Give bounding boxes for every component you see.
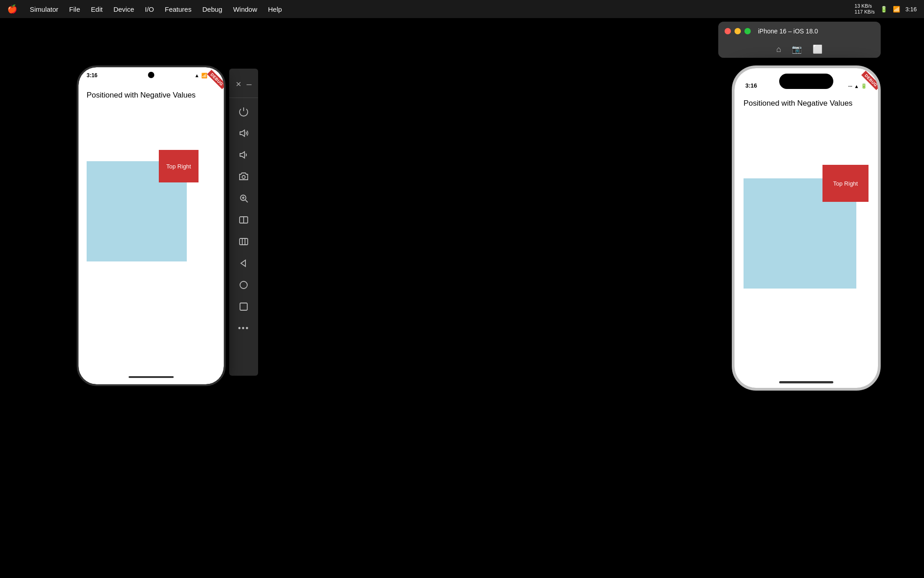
- volume-up-button[interactable]: [234, 123, 254, 143]
- android-positioned-area: Top Right: [87, 107, 216, 288]
- menu-features[interactable]: Features: [165, 5, 191, 13]
- android-content: Positioned with Negative Values Top Righ…: [79, 84, 224, 295]
- menubar-right: 13 KB/s 117 KB/s 🔋 📶 3:16: [855, 3, 917, 15]
- svg-marker-12: [241, 260, 245, 266]
- iphone-time: 3:16: [745, 82, 757, 89]
- iphone-dynamic-island: [779, 74, 833, 89]
- toolbar-close-button[interactable]: ✕: [233, 74, 244, 94]
- wifi-status-icon: ▲: [194, 73, 199, 78]
- recents-button[interactable]: [234, 297, 254, 317]
- camera-button[interactable]: [234, 167, 254, 186]
- iphone-screen-title: Positioned with Negative Values: [744, 99, 869, 108]
- zoom-button[interactable]: [234, 188, 254, 208]
- iphone-bottom-bar: [779, 381, 833, 383]
- window-title: iPhone 16 – iOS 18.0: [758, 28, 818, 35]
- network-stats: 13 KB/s 117 KB/s: [855, 3, 875, 15]
- svg-rect-9: [240, 238, 248, 245]
- close-button[interactable]: [725, 28, 731, 34]
- toolbar-minimize-button[interactable]: –: [244, 74, 254, 94]
- menu-simulator[interactable]: Simulator: [30, 5, 58, 13]
- svg-marker-1: [240, 152, 245, 158]
- window-toolbar: ⌂ 📷 ⬜: [718, 41, 881, 58]
- apple-menu[interactable]: 🍎: [7, 4, 17, 14]
- screenshot-toolbar-icon[interactable]: 📷: [792, 44, 802, 54]
- volume-down-button[interactable]: [234, 145, 254, 165]
- iphone-red-box: Top Right: [822, 165, 869, 202]
- phone-toolbar: ✕ –: [229, 69, 258, 376]
- iphone-top-right-label: Top Right: [833, 180, 858, 187]
- iphone-device: DEBUG 3:16 ··· ▲ 🔋 Positioned with Negat…: [732, 65, 881, 391]
- menu-help[interactable]: Help: [268, 5, 282, 13]
- svg-line-4: [245, 200, 248, 202]
- android-bottom-bar: [129, 376, 174, 378]
- rotate-toolbar-icon[interactable]: ⬜: [813, 44, 822, 54]
- svg-point-13: [240, 281, 247, 289]
- battery-icon: 🔋: [880, 6, 887, 13]
- simulator-window: iPhone 16 – iOS 18.0 ⌂ 📷 ⬜: [718, 22, 881, 58]
- split-view-button[interactable]: [234, 210, 254, 230]
- android-time: 3:16: [87, 72, 97, 79]
- toolbar-header: ✕ –: [229, 72, 258, 98]
- menu-file[interactable]: File: [69, 5, 80, 13]
- columns-button[interactable]: [234, 232, 254, 252]
- back-button[interactable]: [234, 253, 254, 273]
- android-top-right-label: Top Right: [166, 163, 191, 170]
- android-screen-title: Positioned with Negative Values: [87, 91, 216, 100]
- maximize-button[interactable]: [744, 28, 751, 34]
- android-red-box: Top Right: [159, 150, 199, 182]
- power-button[interactable]: [234, 102, 254, 121]
- android-notch: [148, 72, 154, 78]
- wifi-icon: 📶: [893, 6, 900, 13]
- iphone-positioned-area: Top Right: [744, 115, 869, 341]
- svg-point-2: [242, 176, 245, 179]
- menubar: 🍎 Simulator File Edit Device I/O Feature…: [0, 0, 924, 18]
- clock: 3:16: [906, 6, 917, 13]
- home-toolbar-icon[interactable]: ⌂: [776, 45, 781, 54]
- svg-rect-14: [240, 303, 247, 310]
- svg-marker-0: [240, 130, 245, 136]
- iphone-content: Positioned with Negative Values Top Righ…: [735, 92, 878, 348]
- more-button[interactable]: •••: [234, 318, 254, 338]
- minimize-button[interactable]: [735, 28, 741, 34]
- menu-edit[interactable]: Edit: [91, 5, 103, 13]
- window-titlebar: iPhone 16 – iOS 18.0: [718, 22, 881, 41]
- android-screen: DEBUG 3:16 ▲ 📶 🔋 Positioned with Negativ…: [79, 67, 224, 384]
- iphone-battery-icon: 🔋: [861, 83, 867, 89]
- iphone-wifi-icon: ▲: [854, 84, 859, 89]
- menu-debug[interactable]: Debug: [202, 5, 222, 13]
- signal-status-icon: 📶: [201, 73, 208, 79]
- iphone-screen: DEBUG 3:16 ··· ▲ 🔋 Positioned with Negat…: [735, 68, 878, 388]
- iphone-dots-icon: ···: [848, 84, 852, 89]
- iphone-statusbar-right: ··· ▲ 🔋: [848, 83, 867, 89]
- menu-window[interactable]: Window: [233, 5, 257, 13]
- menu-io[interactable]: I/O: [145, 5, 154, 13]
- home-button[interactable]: [234, 275, 254, 295]
- menu-device[interactable]: Device: [113, 5, 134, 13]
- android-phone: DEBUG 3:16 ▲ 📶 🔋 Positioned with Negativ…: [77, 65, 226, 386]
